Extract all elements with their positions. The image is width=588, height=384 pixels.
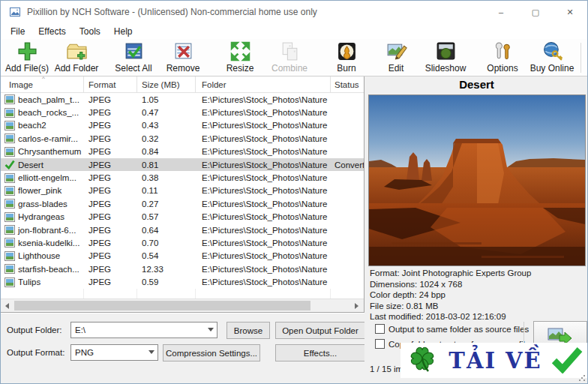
table-row-chrysanthemum[interactable]: ChrysanthemumJPEG0.84E:\Pictures\Stock_P… (1, 146, 364, 158)
table-row-tulips[interactable]: TulipsJPEG0.59E:\Pictures\Stock_Photos\N… (1, 275, 364, 288)
check-icon (4, 160, 15, 170)
same-folder-checkbox[interactable]: Output to same folder as source files (375, 324, 529, 334)
cell-format: JPEG (84, 173, 137, 182)
same-folder-label: Output to same folder as source files (388, 325, 529, 334)
file-name: flower_pink (18, 186, 62, 195)
cell-format: JPEG (84, 134, 137, 143)
toolbar-slideshow-button[interactable]: Slideshow (421, 40, 470, 76)
cell-folder: E:\Pictures\Stock_Photos\Nature (196, 173, 331, 182)
column-header-folder[interactable]: Folder (196, 76, 331, 92)
output-format-combobox[interactable]: PNG (70, 344, 158, 361)
toolbar-select-all-button[interactable]: Select All (109, 40, 158, 76)
table-row-desert[interactable]: DesertJPEG0.81E:\Pictures\Stock_Photos\N… (1, 158, 364, 171)
cell-format: JPEG (84, 278, 137, 286)
cell-size: 0.64 (137, 226, 196, 235)
toolbar-burn-button[interactable]: Burn (322, 40, 371, 76)
toolbar-label: Resize (226, 63, 254, 74)
scroll-right-arrow-icon[interactable] (350, 299, 363, 312)
cell-folder: E:\Pictures\Stock_Photos\Nature (196, 200, 331, 208)
output-folder-combobox[interactable]: E:\ (70, 322, 218, 338)
toolbar-add-file-s-button[interactable]: Add File(s) (2, 40, 52, 76)
toolbar-resize-button[interactable]: Resize (215, 40, 265, 76)
open-output-folder-label: Open Output Folder (282, 326, 358, 335)
toolbar-add-folder-button[interactable]: Add Folder (52, 40, 101, 76)
resize-grip[interactable] (578, 374, 586, 382)
image-metadata: Format: Joint Photographic Experts Group… (370, 268, 531, 322)
table-row-carlos-e-ramir[interactable]: carlos-e-ramir...JPEG0.32E:\Pictures\Sto… (1, 132, 364, 145)
effects-button[interactable]: Effects... (275, 344, 365, 362)
column-header-size-mb[interactable]: Size (MB) (137, 76, 196, 92)
cell-image-name: flower_pink (1, 186, 84, 196)
column-header-status[interactable]: Status (331, 76, 364, 92)
toolbar-overflow-chevron[interactable]: » (585, 52, 588, 64)
table-row-jon-flobrant-6[interactable]: jon-flobrant-6...JPEG0.64E:\Pictures\Sto… (1, 224, 364, 236)
table-row-beach-palm-t[interactable]: beach_palm_t...JPEG1.05E:\Pictures\Stock… (1, 93, 364, 106)
cell-status: Converted (331, 160, 364, 170)
image-thumb-icon (4, 278, 15, 287)
image-thumb-icon (4, 147, 15, 157)
image-thumb-icon (4, 134, 15, 143)
chevron-down-icon (148, 350, 154, 354)
toolbar-options-button[interactable]: Options (478, 40, 527, 76)
toolbar-combine-button[interactable]: Combine (265, 40, 314, 76)
image-thumb-icon (4, 199, 15, 208)
toolbar-buy-online-button[interactable]: Buy Online (527, 40, 577, 76)
toolbar-remove-button[interactable]: Remove (158, 40, 208, 76)
file-name: Desert (18, 160, 44, 170)
edit-icon (386, 40, 407, 62)
resize-icon (230, 40, 251, 62)
cell-format: JPEG (84, 186, 137, 195)
preview-image (368, 94, 586, 266)
menu-bar: FileEffectsToolsHelp (1, 23, 587, 39)
compression-settings-button[interactable]: Compression Settings... (163, 344, 260, 362)
table-row-beach-rocks[interactable]: beach_rocks_...JPEG0.47E:\Pictures\Stock… (1, 106, 364, 118)
table-row-starfish-beach[interactable]: starfish-beach...JPEG12.33E:\Pictures\St… (1, 262, 364, 275)
cell-format: JPEG (84, 212, 137, 221)
open-output-folder-button[interactable]: Open Output Folder (275, 322, 365, 339)
menu-file[interactable]: File (4, 25, 32, 38)
table-row-flower-pink[interactable]: flower_pinkJPEG0.11E:\Pictures\Stock_Pho… (1, 184, 364, 197)
column-header-image[interactable]: Image^ (1, 76, 84, 92)
scrollbar-thumb[interactable] (14, 301, 310, 310)
image-thumb-icon (4, 121, 15, 130)
table-row-beach2[interactable]: beach2JPEG0.43E:\Pictures\Stock_Photos\N… (1, 119, 364, 132)
checkbox-icon[interactable] (375, 339, 385, 349)
minimize-button[interactable]: – (484, 1, 518, 23)
checkbox-icon[interactable] (375, 324, 385, 334)
cell-image-name: beach2 (1, 121, 84, 130)
toolbar-label: Edit (388, 63, 404, 74)
buy-online-icon (542, 40, 563, 62)
table-row-lighthouse[interactable]: LighthouseJPEG0.54E:\Pictures\Stock_Phot… (1, 250, 364, 262)
cell-image-name: beach_rocks_... (1, 108, 84, 118)
menu-help[interactable]: Help (107, 25, 140, 38)
image-thumb-icon (4, 173, 15, 183)
table-row-elliott-engelm[interactable]: elliott-engelm...JPEG0.38E:\Pictures\Sto… (1, 171, 364, 184)
scroll-left-arrow-icon[interactable] (1, 299, 14, 312)
title-bar: Pixillion by NCH Software - (Unlicensed)… (1, 1, 587, 23)
table-row-hydrangeas[interactable]: HydrangeasJPEG0.57E:\Pictures\Stock_Phot… (1, 211, 364, 224)
table-row-ksenia-kudelki[interactable]: ksenia-kudelki...JPEG0.70E:\Pictures\Sto… (1, 236, 364, 249)
metadata-line: Color depth: 24 bpp (370, 290, 531, 301)
horizontal-scrollbar[interactable] (1, 298, 364, 312)
menu-tools[interactable]: Tools (73, 25, 107, 38)
cell-folder: E:\Pictures\Stock_Photos\Nature (196, 134, 331, 143)
file-name: ksenia-kudelki... (18, 238, 80, 248)
cell-size: 0.38 (137, 173, 196, 182)
maximize-button[interactable]: ▢ (518, 1, 553, 23)
image-thumb-icon (4, 94, 15, 104)
cell-image-name: elliott-engelm... (1, 173, 84, 183)
cell-folder: E:\Pictures\Stock_Photos\Nature (196, 251, 331, 260)
close-button[interactable]: ✕ (553, 1, 587, 23)
app-icon (9, 6, 21, 18)
table-row-grass-blades[interactable]: grass-bladesJPEG0.27E:\Pictures\Stock_Ph… (1, 197, 364, 210)
maximize-icon: ▢ (532, 8, 539, 17)
cell-image-name: Chrysanthemum (1, 147, 84, 157)
add-folder-icon (66, 40, 88, 62)
combine-icon (279, 40, 301, 62)
window-title: Pixillion by NCH Software - (Unlicensed)… (27, 7, 317, 17)
cell-folder: E:\Pictures\Stock_Photos\Nature (196, 147, 331, 156)
menu-effects[interactable]: Effects (32, 25, 72, 38)
browse-button[interactable]: Browse (226, 322, 270, 339)
column-header-format[interactable]: Format (84, 76, 137, 92)
toolbar-edit-button[interactable]: Edit (371, 40, 421, 76)
